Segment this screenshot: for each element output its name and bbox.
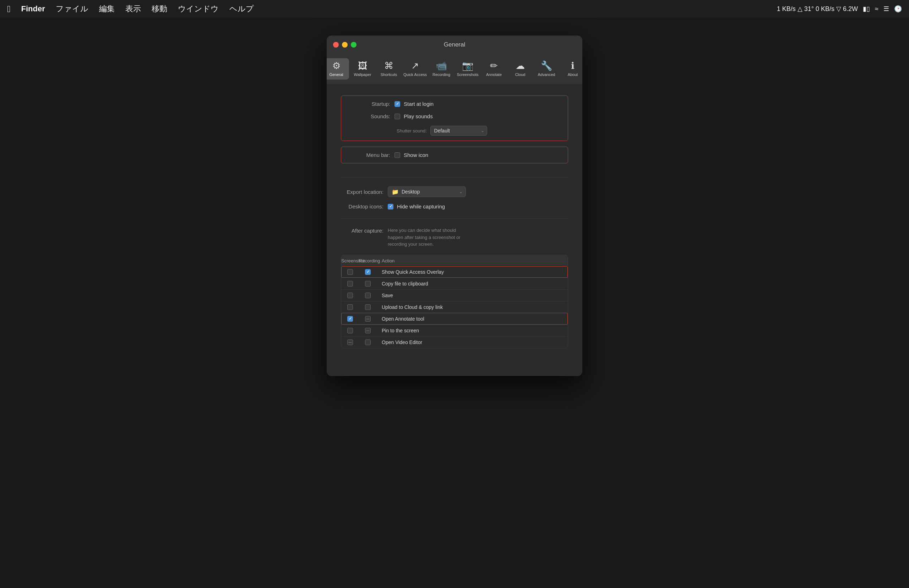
- row5-screenshot-checkbox[interactable]: [347, 316, 353, 322]
- tab-shortcuts[interactable]: ⌘ Shortcuts: [376, 58, 402, 79]
- row3-recording-checkbox[interactable]: [365, 292, 371, 298]
- desktop-icons-control: Hide while capturing: [388, 204, 445, 210]
- col-header-recording: Recording: [359, 258, 377, 263]
- maximize-button[interactable]: [351, 42, 357, 48]
- row4-recording-checkbox[interactable]: [365, 304, 371, 310]
- tab-cloud[interactable]: ☁ Cloud: [507, 58, 533, 79]
- menu-help[interactable]: ヘルプ: [229, 3, 254, 14]
- sounds-text: Play sounds: [404, 113, 433, 119]
- row3-screenshot-cell: [341, 292, 359, 298]
- close-button[interactable]: [333, 42, 339, 48]
- desktop-icons-label: Desktop icons:: [341, 204, 383, 210]
- advanced-icon: 🔧: [541, 61, 552, 70]
- after-capture-header: After capture: Here you can decide what …: [341, 227, 568, 248]
- quickaccess-icon: ↗: [411, 61, 419, 70]
- shutter-select[interactable]: Default: [430, 126, 487, 136]
- row6-screenshot-checkbox[interactable]: [347, 328, 353, 333]
- export-location-button[interactable]: 📁 Desktop ⌄: [388, 186, 466, 197]
- row3-recording-cell: [359, 292, 377, 298]
- traffic-lights: [333, 42, 357, 48]
- menu-window[interactable]: ウインドウ: [178, 3, 219, 14]
- menubar-text: Show icon: [404, 152, 428, 158]
- row2-recording-checkbox[interactable]: [365, 281, 371, 286]
- row5-recording-cell: [359, 316, 377, 322]
- row1-recording-checkbox[interactable]: [365, 269, 371, 275]
- gear-icon: ⚙: [333, 61, 341, 70]
- desktop-icons-checkbox[interactable]: [388, 204, 394, 210]
- tab-annotate[interactable]: ✏ Annotate: [481, 58, 507, 79]
- titlebar: General: [327, 36, 582, 54]
- row2-screenshot-checkbox[interactable]: [347, 281, 353, 286]
- menu-view[interactable]: 表示: [125, 3, 141, 14]
- startup-checkbox[interactable]: [394, 101, 400, 107]
- export-row: Export location: 📁 Desktop ⌄: [341, 186, 568, 197]
- row5-action-text: Open Annotate tool: [382, 316, 424, 322]
- folder-icon: 📁: [392, 189, 399, 195]
- export-value: Desktop: [402, 189, 420, 195]
- row2-action-text: Copy file to clipboard: [382, 281, 428, 286]
- row7-recording-cell: [359, 339, 377, 345]
- tab-quickaccess[interactable]: ↗ Quick Access: [402, 58, 428, 79]
- tab-about[interactable]: ℹ About: [560, 58, 582, 79]
- wifi-icon[interactable]: ≈: [875, 5, 878, 13]
- menubar:  Finder ファイル 編集 表示 移動 ウインドウ ヘルプ 1 KB/s …: [0, 0, 909, 18]
- row1-screenshot-checkbox[interactable]: [347, 269, 353, 275]
- row4-action-cell: Upload to Cloud & copy link: [377, 304, 568, 310]
- table-row: Copy file to clipboard: [341, 278, 568, 289]
- table-row: Open Annotate tool: [341, 313, 568, 325]
- section-startup: Startup: Start at login Sounds: Play sou…: [341, 95, 568, 178]
- table-row: Pin to the screen: [341, 325, 568, 336]
- row3-screenshot-checkbox[interactable]: [347, 292, 353, 298]
- row4-action-text: Upload to Cloud & copy link: [382, 304, 443, 310]
- tab-advanced[interactable]: 🔧 Advanced: [534, 58, 559, 79]
- tab-general-label: General: [329, 73, 343, 77]
- row7-recording-checkbox[interactable]: [365, 339, 371, 345]
- row1-action-text: Show Quick Access Overlay: [382, 269, 444, 275]
- screenshots-icon: 📷: [462, 61, 473, 70]
- cloud-icon: ☁: [515, 61, 525, 70]
- menu-go[interactable]: 移動: [152, 3, 167, 14]
- tab-screenshots[interactable]: 📷 Screenshots: [455, 58, 480, 79]
- tab-advanced-label: Advanced: [538, 73, 555, 77]
- menubar-right: 1 KB/s △ 31° 0 KB/s ▽ 6.2W ▮▯ ≈ ☰ 🕑: [777, 5, 902, 13]
- row7-action-cell: Open Video Editor: [377, 339, 568, 345]
- recording-icon: 📹: [436, 61, 447, 70]
- minimize-button[interactable]: [342, 42, 348, 48]
- row5-action-cell: Open Annotate tool: [377, 316, 568, 322]
- table-header: Screenshot Recording Action: [341, 255, 568, 266]
- table-row: Open Video Editor: [341, 336, 568, 348]
- desktop-icons-text: Hide while capturing: [397, 204, 445, 210]
- section-after-capture: After capture: Here you can decide what …: [341, 227, 568, 357]
- col-header-screenshot: Screenshot: [341, 258, 359, 263]
- row2-screenshot-cell: [341, 281, 359, 286]
- control-center-icon[interactable]: ☰: [883, 5, 889, 13]
- shortcuts-icon: ⌘: [384, 61, 394, 70]
- about-icon: ℹ: [571, 61, 575, 70]
- row7-screenshot-cell: [341, 339, 359, 345]
- shutter-row: Shutter sound: Default ⌄: [348, 126, 561, 136]
- sounds-checkbox[interactable]: [394, 114, 400, 119]
- desktop-icons-row: Desktop icons: Hide while capturing: [341, 204, 568, 210]
- battery-icon: ▮▯: [863, 5, 870, 13]
- tab-wallpaper[interactable]: 🖼 Wallpaper: [350, 58, 375, 79]
- row7-screenshot-dash: [347, 339, 353, 345]
- wallpaper-icon: 🖼: [358, 61, 367, 70]
- menubar-checkbox[interactable]: [394, 152, 400, 158]
- row4-screenshot-checkbox[interactable]: [347, 304, 353, 310]
- menu-edit[interactable]: 編集: [99, 3, 115, 14]
- row6-action-cell: Pin to the screen: [377, 328, 568, 333]
- apple-menu[interactable]: : [7, 3, 11, 15]
- row3-action-cell: Save: [377, 292, 568, 298]
- row6-recording-dash: [365, 328, 371, 333]
- app-name[interactable]: Finder: [21, 4, 45, 13]
- tab-general[interactable]: ⚙ General: [327, 58, 349, 79]
- row6-recording-cell: [359, 328, 377, 333]
- tab-recording[interactable]: 📹 Recording: [429, 58, 454, 79]
- menu-file[interactable]: ファイル: [56, 3, 89, 14]
- tab-about-label: About: [568, 73, 578, 77]
- startup-text: Start at login: [404, 101, 434, 107]
- after-capture-description: Here you can decide what should happen a…: [388, 227, 466, 248]
- startup-sounds-box: Startup: Start at login Sounds: Play sou…: [341, 95, 568, 141]
- row1-recording-cell: [359, 269, 377, 275]
- tab-annotate-label: Annotate: [486, 73, 502, 77]
